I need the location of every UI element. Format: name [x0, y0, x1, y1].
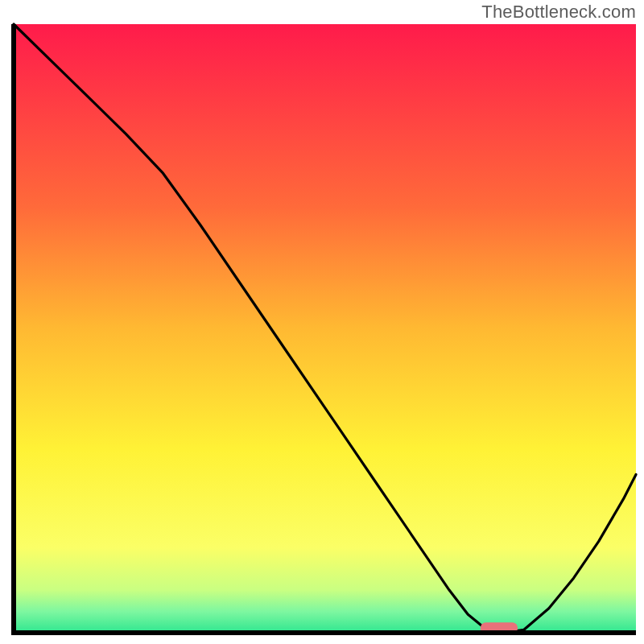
- bottleneck-chart: [0, 0, 644, 644]
- watermark-text: TheBottleneck.com: [481, 2, 636, 23]
